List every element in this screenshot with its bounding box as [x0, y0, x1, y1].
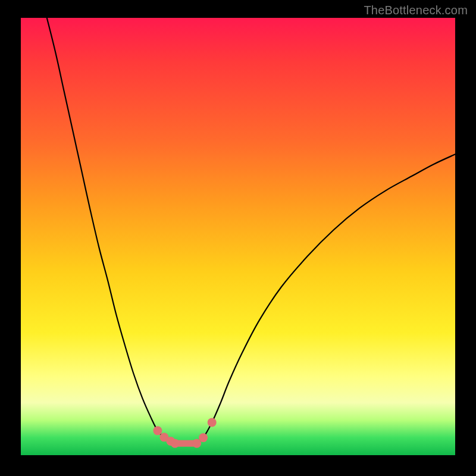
dip-marker [208, 418, 217, 427]
plot-area [21, 18, 455, 455]
right-curve [197, 154, 455, 443]
line-chart [21, 18, 455, 455]
chart-frame: TheBottleneck.com [0, 0, 476, 476]
dip-marker [153, 426, 162, 435]
dip-marker [199, 433, 208, 442]
left-curve [47, 18, 175, 443]
dip-marker [171, 439, 180, 448]
watermark-text: TheBottleneck.com [364, 4, 468, 17]
